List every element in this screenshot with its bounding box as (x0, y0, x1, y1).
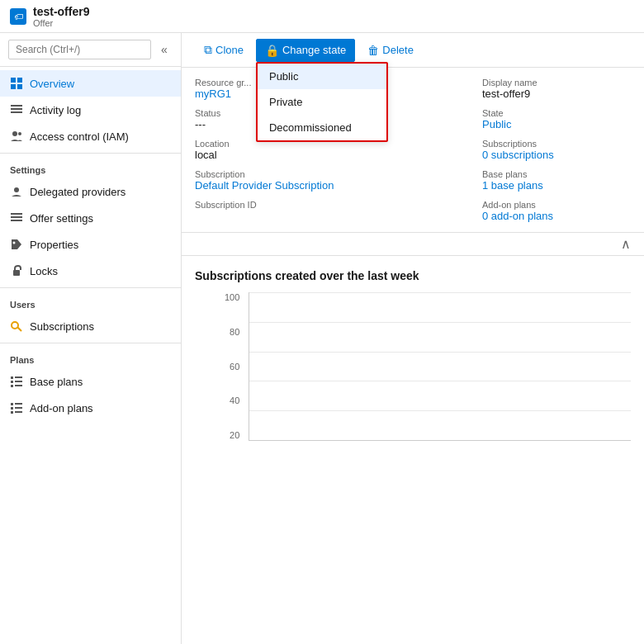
sidebar-item-subscriptions[interactable]: Subscriptions (0, 313, 181, 339)
svg-rect-0 (11, 78, 16, 83)
collapse-section: ∧ (182, 233, 644, 256)
base-plans-value[interactable]: 1 base plans (482, 179, 543, 192)
gridline-80 (249, 322, 631, 323)
state-value[interactable]: Public (482, 118, 511, 130)
subscription-value[interactable]: Default Provider Subscription (195, 179, 334, 192)
state-label: State (482, 108, 631, 118)
gridline-60 (249, 352, 631, 353)
y-axis-labels: 100 80 60 40 20 (225, 292, 243, 440)
sidebar-collapse-button[interactable]: « (156, 41, 173, 58)
resource-group-value[interactable]: myRG1 (195, 88, 231, 100)
subscription-id-detail: Subscription ID (195, 200, 334, 210)
sidebar-divider-3 (0, 343, 181, 343)
svg-rect-10 (11, 213, 22, 215)
clone-button[interactable]: ⧉ Clone (195, 38, 253, 62)
section-label-settings: Settings (0, 157, 181, 178)
svg-rect-4 (11, 105, 22, 107)
sidebar-item-properties[interactable]: Properties (0, 231, 181, 258)
sidebar-item-locks[interactable]: Locks (0, 258, 181, 284)
app-icon: 🏷 (10, 8, 26, 25)
section-label-users: Users (0, 291, 181, 313)
sidebar-item-label: Offer settings (30, 212, 93, 225)
svg-rect-6 (11, 111, 22, 113)
svg-rect-1 (17, 78, 22, 83)
clone-label: Clone (215, 44, 244, 56)
y-label-80: 80 (225, 327, 243, 337)
lock-icon (10, 264, 23, 277)
display-name-value: test-offer9 (482, 88, 530, 100)
base-plans-label: Base plans (482, 169, 631, 179)
y-label-60: 60 (225, 362, 243, 372)
chart-area: Subscriptions created over the last week… (182, 256, 644, 644)
svg-rect-26 (11, 411, 13, 414)
grid-icon (10, 77, 23, 90)
details-pane: Resource gr... myRG1 Status --- Location… (182, 68, 644, 233)
tag-icon (10, 238, 23, 251)
svg-rect-20 (11, 385, 13, 387)
display-name-detail: Display name test-offer9 (482, 78, 631, 100)
sidebar-item-label: Locks (30, 265, 58, 277)
svg-rect-24 (11, 407, 13, 410)
top-bar-info: test-offer9 Offer (33, 5, 89, 28)
gridline-20 (249, 410, 631, 411)
change-state-button[interactable]: 🔒 Change state (256, 39, 355, 62)
collapse-chevron-icon[interactable]: ∧ (621, 236, 631, 252)
people-icon (10, 130, 23, 143)
app-title: test-offer9 (33, 5, 89, 18)
delete-button[interactable]: 🗑 Delete (358, 39, 423, 62)
sidebar-item-add-on-plans[interactable]: Add-on plans (0, 395, 181, 421)
sidebar-item-label: Add-on plans (30, 402, 93, 414)
y-label-40: 40 (225, 395, 243, 405)
sidebar-item-label: Properties (30, 239, 78, 251)
toolbar: ⧉ Clone 🔒 Change state Public Priva (182, 33, 644, 68)
svg-point-13 (13, 242, 16, 244)
sidebar-item-offer-settings[interactable]: Offer settings (0, 205, 181, 231)
top-bar: 🏷 test-offer9 Offer (0, 0, 644, 33)
sidebar-item-delegated-providers[interactable]: Delegated providers (0, 178, 181, 205)
svg-rect-3 (17, 84, 22, 89)
people-circle-icon (10, 185, 23, 198)
sidebar-nav: Overview Activity log (0, 67, 181, 424)
subscriptions-count-value[interactable]: 0 subscriptions (482, 149, 554, 161)
subscriptions-count-detail: Subscriptions 0 subscriptions (482, 139, 631, 161)
svg-point-7 (12, 131, 17, 136)
section-label-plans: Plans (0, 347, 181, 368)
search-input[interactable] (8, 40, 151, 59)
option-label: Decommissioned (269, 121, 352, 134)
chart-wrapper: 100 80 60 40 20 (249, 292, 631, 441)
subscription-id-label: Subscription ID (195, 200, 334, 210)
location-value: local (195, 149, 217, 161)
copy-icon: ⧉ (204, 43, 212, 57)
svg-rect-17 (15, 376, 22, 378)
trash-icon: 🗑 (367, 44, 379, 57)
y-label-20: 20 (225, 430, 243, 440)
location-detail: Location local (195, 139, 334, 161)
content-area: ⧉ Clone 🔒 Change state Public Priva (182, 33, 644, 644)
svg-rect-12 (11, 220, 22, 221)
state-detail: State Public (482, 108, 631, 130)
add-on-plans-value[interactable]: 0 add-on plans (482, 210, 553, 222)
gridline-100 (249, 292, 631, 293)
sidebar-item-activity-log[interactable]: Activity log (0, 97, 181, 123)
svg-point-9 (14, 187, 19, 192)
svg-rect-21 (15, 385, 22, 386)
sidebar-divider (0, 153, 181, 154)
sidebar-search-container: « (0, 33, 181, 67)
svg-rect-23 (15, 403, 22, 405)
bars-icon (10, 211, 23, 225)
y-label-100: 100 (225, 292, 243, 302)
change-state-dropdown-container: 🔒 Change state Public Private Decommissi… (256, 39, 355, 62)
svg-rect-16 (11, 376, 13, 379)
dropdown-option-decommissioned[interactable]: Decommissioned (258, 115, 386, 140)
dropdown-option-public[interactable]: Public (258, 64, 386, 89)
sidebar-item-overview[interactable]: Overview (0, 70, 181, 97)
sidebar-item-access-control[interactable]: Access control (IAM) (0, 123, 181, 149)
option-label: Private (269, 96, 302, 108)
display-name-label: Display name (482, 78, 631, 88)
svg-rect-27 (15, 411, 22, 413)
sidebar-item-label: Delegated providers (30, 186, 125, 198)
app-subtitle: Offer (33, 18, 89, 28)
svg-rect-2 (11, 84, 16, 89)
sidebar-item-base-plans[interactable]: Base plans (0, 368, 181, 395)
dropdown-option-private[interactable]: Private (258, 89, 386, 115)
